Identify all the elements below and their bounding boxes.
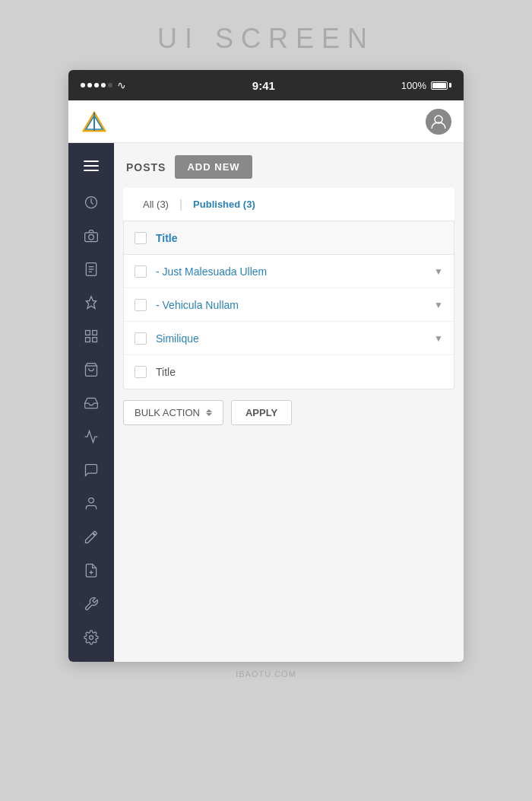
arrow-down <box>206 413 212 416</box>
arrow-up <box>206 409 212 412</box>
svg-rect-12 <box>93 331 97 335</box>
svg-point-16 <box>89 498 94 504</box>
sidebar-item-settings[interactable] <box>76 622 106 653</box>
sidebar-item-document[interactable] <box>76 254 106 284</box>
hamburger-line-1 <box>84 161 99 162</box>
hamburger-line-3 <box>84 170 99 171</box>
row-checkbox-4[interactable] <box>135 366 147 378</box>
sidebar-item-cart[interactable] <box>76 354 106 385</box>
dot-1 <box>81 83 85 87</box>
table-row[interactable]: - Just Malesuada Ullem ▼ <box>124 255 454 288</box>
app-header <box>68 100 464 143</box>
row-checkbox-3[interactable] <box>135 332 147 345</box>
filter-published[interactable]: Published (3) <box>185 188 263 221</box>
sidebar-item-wrench[interactable] <box>76 589 106 619</box>
phone-frame: ∿ 9:41 100% <box>68 70 464 662</box>
main-panel: POSTS ADD NEW All (3) | Published (3) Ti… <box>114 143 464 662</box>
sidebar-item-plugin[interactable] <box>76 555 106 586</box>
row-checkbox-1[interactable] <box>135 265 147 278</box>
table-row[interactable]: Similique ▼ <box>124 322 454 355</box>
battery-body <box>431 81 448 90</box>
header-title: Title <box>156 232 443 244</box>
logo <box>81 108 108 135</box>
sidebar-item-pin[interactable] <box>76 288 106 318</box>
posts-table: Title - Just Malesuada Ullem ▼ - Vehicul… <box>123 221 454 389</box>
dot-5 <box>108 83 112 87</box>
signal-dots <box>81 83 112 87</box>
row-title-1: - Just Malesuada Ullem <box>156 265 428 278</box>
sidebar-hamburger[interactable] <box>76 151 106 181</box>
status-time: 9:41 <box>252 79 275 92</box>
bulk-arrows <box>206 409 212 416</box>
page-wrapper: UI SCREEN ∿ 9:41 100% <box>0 0 532 801</box>
filter-separator: | <box>176 198 185 211</box>
logo-svg <box>82 111 106 132</box>
battery-tip <box>449 83 451 87</box>
bulk-action-label: BULK ACTION <box>135 407 200 418</box>
svg-rect-14 <box>93 338 97 342</box>
svg-rect-11 <box>86 331 90 335</box>
svg-point-6 <box>89 234 94 240</box>
dot-4 <box>101 83 106 87</box>
battery-fill <box>432 83 446 88</box>
posts-label: POSTS <box>126 161 166 173</box>
row-title-3: Similique <box>156 332 428 345</box>
watermark: IBAOTU.COM <box>236 662 296 683</box>
status-left: ∿ <box>81 79 126 91</box>
sidebar-item-user[interactable] <box>76 488 106 519</box>
avatar-icon <box>430 113 447 130</box>
table-row[interactable]: Title <box>124 355 454 389</box>
battery-percent: 100% <box>401 80 426 91</box>
wifi-icon: ∿ <box>117 79 126 91</box>
bulk-action-select[interactable]: BULK ACTION <box>123 400 223 425</box>
row-title-2: - Vehicula Nullam <box>156 299 428 311</box>
apply-button[interactable]: APPLY <box>231 400 292 425</box>
dropdown-arrow-3[interactable]: ▼ <box>434 333 443 344</box>
sidebar-item-chat[interactable] <box>76 455 106 485</box>
dropdown-arrow-2[interactable]: ▼ <box>434 300 443 310</box>
battery-icon <box>431 81 451 90</box>
sidebar-item-chart[interactable] <box>76 421 106 452</box>
sidebar-item-dashboard[interactable] <box>76 187 106 218</box>
svg-point-19 <box>90 636 93 640</box>
dot-3 <box>94 83 99 87</box>
page-title: UI SCREEN <box>157 23 375 55</box>
posts-header: POSTS ADD NEW <box>114 143 464 188</box>
table-row: Title <box>124 221 454 255</box>
svg-rect-13 <box>86 338 90 342</box>
add-new-button[interactable]: ADD NEW <box>175 155 252 179</box>
sidebar-item-brush[interactable] <box>76 522 106 552</box>
header-checkbox[interactable] <box>135 232 147 244</box>
avatar[interactable] <box>426 109 451 135</box>
table-row[interactable]: - Vehicula Nullam ▼ <box>124 288 454 322</box>
bulk-action-area: BULK ACTION APPLY <box>114 389 464 436</box>
status-bar: ∿ 9:41 100% <box>68 70 464 100</box>
content-area: POSTS ADD NEW All (3) | Published (3) Ti… <box>68 143 464 662</box>
hamburger-line-2 <box>84 165 99 167</box>
filter-all[interactable]: All (3) <box>135 188 176 221</box>
sidebar-item-inbox[interactable] <box>76 388 106 418</box>
filter-tabs: All (3) | Published (3) <box>123 188 454 221</box>
row-checkbox-2[interactable] <box>135 299 147 311</box>
sidebar <box>68 143 114 662</box>
row-title-4: Title <box>156 366 443 378</box>
sidebar-item-camera[interactable] <box>76 221 106 251</box>
dot-2 <box>87 83 92 87</box>
dropdown-arrow-1[interactable]: ▼ <box>434 266 443 277</box>
sidebar-item-grid[interactable] <box>76 321 106 351</box>
svg-rect-5 <box>85 233 98 242</box>
status-right: 100% <box>401 80 451 91</box>
